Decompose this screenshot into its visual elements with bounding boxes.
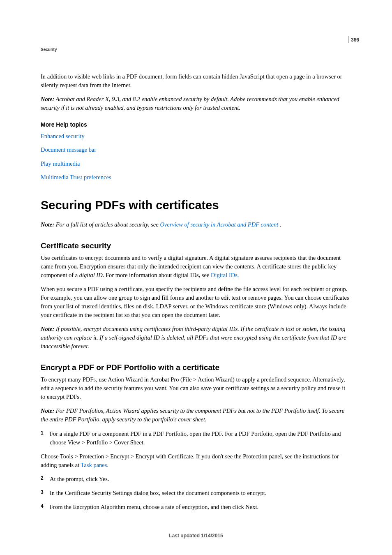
section-label: Security [41, 47, 351, 52]
note-text: For PDF Portfolios, Action Wizard applie… [41, 407, 344, 423]
term-digital-id: digital ID [79, 272, 103, 278]
more-help-topics-heading: More Help topics [41, 121, 351, 128]
encrypt-p1: To encrypt many PDFs, use Action Wizard … [41, 375, 351, 401]
p1-mid: . For more information about digital IDs… [103, 272, 211, 278]
page-number: 366 [351, 37, 359, 43]
page-number-divider [348, 36, 349, 43]
cert-security-p2: When you secure a PDF using a certificat… [41, 285, 351, 319]
cert-security-note: Note: If possible, encrypt documents usi… [41, 325, 351, 351]
note-label: Note: [41, 326, 54, 332]
note-label: Note: [41, 221, 54, 228]
note-text: If possible, encrypt documents using cer… [41, 326, 346, 349]
cert-security-heading: Certificate security [41, 241, 351, 250]
link-task-panes[interactable]: Task panes [81, 462, 107, 468]
step-4: From the Encryption Algorithm menu, choo… [41, 503, 351, 511]
link-enhanced-security[interactable]: Enhanced security [41, 132, 351, 140]
note-pre: For a full list of articles about securi… [54, 221, 160, 228]
step-2: At the prompt, click Yes. [41, 475, 351, 483]
link-document-message-bar[interactable]: Document message bar [41, 146, 351, 154]
cert-security-p1: Use certificates to encrypt documents an… [41, 254, 351, 280]
encrypt-note: Note: For PDF Portfolios, Action Wizard … [41, 407, 351, 424]
intro-note: Note: Acrobat and Reader X, 9.3, and 8.2… [41, 95, 351, 112]
nonstep-post: . [107, 462, 108, 468]
link-digital-ids[interactable]: Digital IDs [211, 272, 238, 278]
intro-paragraph: In addition to visible web links in a PD… [41, 72, 351, 90]
main-note: Note: For a full list of articles about … [41, 220, 351, 229]
note-post: . [278, 221, 281, 228]
nonstep-paragraph: Choose Tools > Protection > Encrypt > En… [41, 452, 351, 469]
link-multimedia-trust-preferences[interactable]: Multimedia Trust preferences [41, 173, 351, 181]
note-label: Note: [41, 96, 54, 102]
encrypt-heading: Encrypt a PDF or PDF Portfolio with a ce… [41, 363, 351, 372]
steps-list: For a single PDF or a component PDF in a… [41, 430, 351, 447]
step-1: For a single PDF or a component PDF in a… [41, 430, 351, 447]
main-heading: Securing PDFs with certificates [41, 199, 351, 212]
note-label: Note: [41, 407, 54, 414]
footer-last-updated: Last updated 1/14/2015 [0, 533, 392, 539]
note-text: Acrobat and Reader X, 9.3, and 8.2 enabl… [41, 96, 339, 111]
step-3: In the Certificate Security Settings dia… [41, 489, 351, 497]
steps-list-continued: At the prompt, click Yes. In the Certifi… [41, 475, 351, 511]
link-play-multimedia[interactable]: Play multimedia [41, 160, 351, 168]
link-overview-security[interactable]: Overview of security in Acrobat and PDF … [160, 221, 278, 228]
p1-post: . [238, 272, 239, 278]
